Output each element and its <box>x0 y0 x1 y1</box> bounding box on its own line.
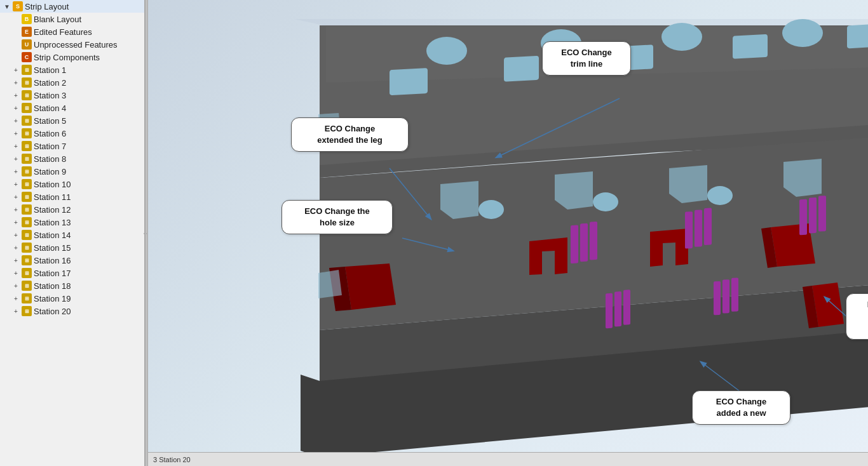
sidebar-label-station-15: Station 15 <box>34 243 71 253</box>
svg-rect-48 <box>722 279 729 314</box>
sidebar-label-station-17: Station 17 <box>34 269 71 278</box>
svg-rect-46 <box>623 290 630 325</box>
callout-gut-punch: ECO Change will effectthe location of th… <box>846 293 868 340</box>
sidebar-item-station-9[interactable]: + ⊞ Station 9 <box>0 165 144 178</box>
callout-added-new: ECO Changeadded a new <box>692 390 790 425</box>
expand-s15-icon[interactable]: + <box>11 243 20 252</box>
expand-s5-icon[interactable]: + <box>11 116 20 125</box>
expand-s1-icon[interactable]: + <box>11 65 20 74</box>
svg-marker-24 <box>669 165 707 203</box>
statusbar-text: 3 Station 20 <box>153 456 191 463</box>
expand-s19-icon[interactable]: + <box>11 294 20 303</box>
sidebar-label-station-5: Station 5 <box>34 116 66 126</box>
svg-marker-10 <box>301 317 868 457</box>
svg-rect-17 <box>390 68 428 95</box>
statusbar: 3 Station 20 <box>148 452 868 466</box>
expand-s16-icon[interactable]: + <box>11 256 20 265</box>
station-8-icon: ⊞ <box>22 154 32 164</box>
svg-marker-60 <box>318 270 342 298</box>
sidebar-item-station-7[interactable]: + ⊞ Station 7 <box>0 140 144 152</box>
expand-s8-icon[interactable]: + <box>11 154 20 163</box>
station-15-icon: ⊞ <box>22 243 32 253</box>
expand-s7-icon[interactable]: + <box>11 142 20 150</box>
sidebar-label-station-10: Station 10 <box>34 180 71 189</box>
sidebar-item-station-5[interactable]: + ⊞ Station 5 <box>0 114 144 127</box>
sidebar-item-station-17[interactable]: + ⊞ Station 17 <box>0 267 144 279</box>
expand-s9-icon[interactable]: + <box>11 167 20 176</box>
sidebar-item-station-18[interactable]: + ⊞ Station 18 <box>0 279 144 292</box>
unprocessed-features-icon: U <box>22 39 32 50</box>
callout-extended-leg: ECO Changeextended the leg <box>291 117 409 152</box>
sidebar-item-station-16[interactable]: + ⊞ Station 16 <box>0 254 144 267</box>
expand-s20-icon[interactable]: + <box>11 307 20 316</box>
svg-marker-25 <box>783 159 822 197</box>
sidebar-item-station-4[interactable]: + ⊞ Station 4 <box>0 102 144 114</box>
station-3-icon: ⊞ <box>22 90 32 100</box>
sidebar-label-station-16: Station 16 <box>34 256 71 265</box>
sidebar-item-edited-features[interactable]: E Edited Features <box>0 25 144 38</box>
sidebar-item-station-2[interactable]: + ⊞ Station 2 <box>0 76 144 89</box>
svg-rect-45 <box>614 291 621 327</box>
sidebar-label-strip-layout: Strip Layout <box>25 2 69 11</box>
svg-line-2 <box>402 238 453 251</box>
svg-rect-38 <box>685 211 693 249</box>
strip-components-icon: C <box>22 52 32 62</box>
sidebar-label-station-11: Station 11 <box>34 192 71 202</box>
svg-marker-50 <box>812 283 844 327</box>
expand-s2-icon[interactable]: + <box>11 78 20 87</box>
sidebar-item-station-20[interactable]: + ⊞ Station 20 <box>0 305 144 317</box>
expand-s17-icon[interactable]: + <box>11 269 20 277</box>
station-12-icon: ⊞ <box>22 204 32 215</box>
svg-marker-30 <box>329 267 351 311</box>
sidebar-item-station-19[interactable]: + ⊞ Station 19 <box>0 292 144 305</box>
sidebar-label-station-19: Station 19 <box>34 294 71 303</box>
svg-rect-47 <box>714 281 721 316</box>
expand-s14-icon[interactable]: + <box>11 230 20 239</box>
sidebar-label-station-4: Station 4 <box>34 103 66 113</box>
svg-marker-22 <box>440 181 478 219</box>
svg-rect-20 <box>733 34 768 59</box>
sidebar-item-blank-layout[interactable]: B Blank Layout <box>0 13 144 25</box>
sidebar-item-station-1[interactable]: + ⊞ Station 1 <box>0 63 144 76</box>
sidebar-item-station-8[interactable]: + ⊞ Station 8 <box>0 152 144 165</box>
callout-trim-line: ECO Changetrim line <box>542 41 631 76</box>
expand-s13-icon[interactable]: + <box>11 218 20 227</box>
svg-rect-49 <box>731 277 738 312</box>
svg-marker-33 <box>771 223 815 267</box>
sidebar-item-station-13[interactable]: + ⊞ Station 13 <box>0 216 144 229</box>
expand-s10-icon[interactable]: + <box>11 180 20 189</box>
svg-marker-23 <box>555 171 593 210</box>
expand-s12-icon[interactable]: + <box>11 205 20 214</box>
3d-viewport[interactable]: ECO Changetrim line ECO Changeextended t… <box>148 0 868 466</box>
callout-extended-leg-text: ECO Changeextended the leg <box>317 124 383 145</box>
expand-unproc-icon <box>11 40 20 49</box>
station-9-icon: ⊞ <box>22 166 32 176</box>
sidebar-item-station-15[interactable]: + ⊞ Station 15 <box>0 241 144 254</box>
expand-s11-icon[interactable]: + <box>11 192 20 201</box>
station-16-icon: ⊞ <box>22 255 32 265</box>
expand-s6-icon[interactable]: + <box>11 129 20 138</box>
sidebar-label-station-9: Station 9 <box>34 167 66 176</box>
sidebar-item-strip-components[interactable]: C Strip Components <box>0 51 144 63</box>
sidebar-item-station-12[interactable]: + ⊞ Station 12 <box>0 203 144 216</box>
sidebar-item-unprocessed-features[interactable]: U Unprocessed Features <box>0 38 144 51</box>
expand-edited-icon <box>11 27 20 36</box>
expand-s4-icon[interactable]: + <box>11 103 20 112</box>
sidebar-item-station-14[interactable]: + ⊞ Station 14 <box>0 229 144 241</box>
expand-s18-icon[interactable]: + <box>11 281 20 290</box>
svg-rect-37 <box>590 222 597 260</box>
expand-s3-icon[interactable]: + <box>11 91 20 100</box>
station-1-icon: ⊞ <box>22 65 32 75</box>
strip-layout-icon: S <box>13 1 23 11</box>
sidebar-item-station-3[interactable]: + ⊞ Station 3 <box>0 89 144 102</box>
sidebar-item-station-10[interactable]: + ⊞ Station 10 <box>0 178 144 190</box>
station-13-icon: ⊞ <box>22 217 32 227</box>
station-7-icon: ⊞ <box>22 141 32 151</box>
sidebar-item-strip-layout[interactable]: ▼ S Strip Layout <box>0 0 144 13</box>
svg-rect-39 <box>695 210 702 247</box>
expand-icon[interactable]: ▼ <box>3 2 11 11</box>
sidebar-label-station-20: Station 20 <box>34 307 71 316</box>
svg-line-1 <box>390 168 431 219</box>
sidebar-item-station-11[interactable]: + ⊞ Station 11 <box>0 190 144 203</box>
sidebar-item-station-6[interactable]: + ⊞ Station 6 <box>0 127 144 140</box>
